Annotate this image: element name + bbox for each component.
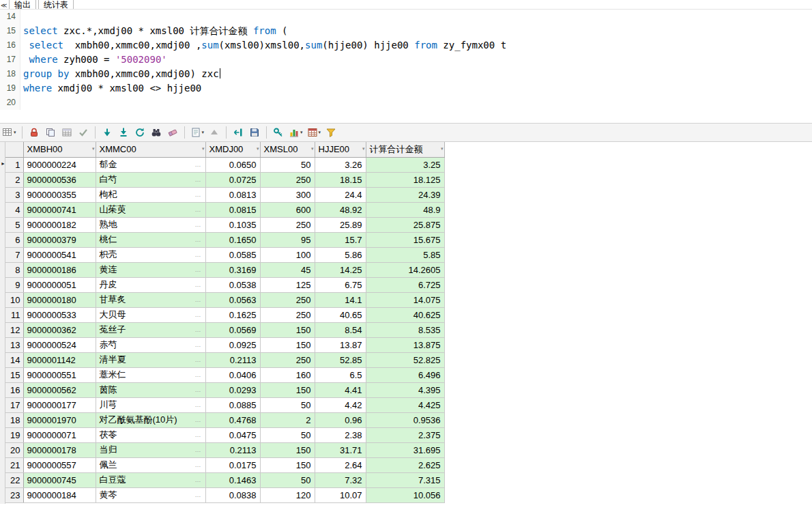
cell-xmbh00[interactable]: 9000000177 [23, 397, 96, 412]
cell-xmsl00[interactable]: 250 [260, 292, 315, 307]
ellipsis-button[interactable]: … [195, 416, 202, 423]
row-number[interactable]: 16 [5, 382, 23, 397]
row-number[interactable]: 13 [5, 337, 23, 352]
fetch-all-icon[interactable] [116, 125, 131, 140]
ellipsis-button[interactable]: … [195, 236, 202, 243]
cell-xmbh00[interactable]: 9000000186 [23, 262, 96, 277]
cell-计算合计金额[interactable]: 4.425 [366, 397, 444, 412]
cell-计算合计金额[interactable]: 18.125 [366, 172, 444, 187]
row-number[interactable]: 6 [5, 232, 23, 247]
cell-计算合计金额[interactable]: 48.9 [366, 202, 444, 217]
cell-计算合计金额[interactable]: 25.875 [366, 217, 444, 232]
cell-hjje00[interactable]: 3.26 [315, 157, 366, 172]
cell-计算合计金额[interactable]: 10.056 [366, 487, 444, 502]
cell-hjje00[interactable]: 18.15 [315, 172, 366, 187]
dropdown-arrow-icon[interactable]: ▾ [202, 130, 205, 135]
cell-xmsl00[interactable]: 50 [260, 157, 315, 172]
row-number[interactable]: 12 [5, 322, 23, 337]
ellipsis-button[interactable]: … [195, 386, 202, 393]
row-number[interactable]: 2 [5, 172, 23, 187]
cell-xmbh00[interactable]: 9000000224 [23, 157, 96, 172]
cell-hjje00[interactable]: 13.87 [315, 337, 366, 352]
cell-hjje00[interactable]: 7.32 [315, 472, 366, 487]
row-number[interactable]: 3 [5, 187, 23, 202]
code-line[interactable] [20, 96, 23, 110]
cell-xmbh00[interactable]: 9000000362 [23, 322, 96, 337]
cell-hjje00[interactable]: 6.75 [315, 277, 366, 292]
cell-计算合计金额[interactable]: 15.675 [366, 232, 444, 247]
cell-xmbh00[interactable]: 9000001142 [23, 352, 96, 367]
cell-xmdj00[interactable]: 0.4768 [205, 412, 260, 427]
cell-xmbh00[interactable]: 9000000180 [23, 292, 96, 307]
ellipsis-button[interactable]: … [195, 431, 202, 438]
cell-xmmc00[interactable]: 川芎… [96, 397, 205, 412]
cell-xmdj00[interactable]: 0.1035 [205, 217, 260, 232]
cell-xmbh00[interactable]: 9000000562 [23, 382, 96, 397]
column-sort-icon[interactable]: ▾ [92, 146, 95, 152]
cell-计算合计金额[interactable]: 13.875 [366, 337, 444, 352]
code-line[interactable]: group by xmbh00,xmmc00,xmdj00) zxc [20, 67, 220, 81]
clear-icon[interactable] [165, 125, 180, 140]
cell-xmmc00[interactable]: 枳壳… [96, 247, 205, 262]
cell-hjje00[interactable]: 4.42 [315, 397, 366, 412]
cell-xmsl00[interactable]: 125 [260, 277, 315, 292]
cell-xmsl00[interactable]: 100 [260, 247, 315, 262]
cell-xmdj00[interactable]: 0.0569 [205, 322, 260, 337]
cell-xmmc00[interactable]: 佩兰… [96, 457, 205, 472]
ellipsis-button[interactable]: … [195, 191, 202, 198]
ellipsis-button[interactable]: … [195, 311, 202, 318]
ellipsis-button[interactable]: … [195, 401, 202, 408]
cell-xmsl00[interactable]: 160 [260, 367, 315, 382]
cell-xmdj00[interactable]: 0.0585 [205, 247, 260, 262]
cell-xmdj00[interactable]: 0.1625 [205, 307, 260, 322]
cell-xmmc00[interactable]: 甘草炙… [96, 292, 205, 307]
cell-计算合计金额[interactable]: 6.496 [366, 367, 444, 382]
ellipsis-button[interactable]: … [195, 446, 202, 453]
cell-计算合计金额[interactable]: 24.39 [366, 187, 444, 202]
grid-view-icon[interactable]: ▾ [306, 125, 323, 140]
cell-xmdj00[interactable]: 0.0563 [205, 292, 260, 307]
cell-xmdj00[interactable]: 0.0406 [205, 367, 260, 382]
dropdown-arrow-icon[interactable]: ▾ [300, 130, 303, 135]
cell-xmmc00[interactable]: 清半夏… [96, 352, 205, 367]
cell-xmmc00[interactable]: 茯苓… [96, 427, 205, 442]
cell-计算合计金额[interactable]: 2.625 [366, 457, 444, 472]
cell-xmsl00[interactable]: 45 [260, 262, 315, 277]
column-sort-icon[interactable]: ▾ [362, 146, 365, 152]
row-number[interactable]: 9 [5, 277, 23, 292]
results-view-selector-icon[interactable]: ▾ [1, 125, 18, 140]
cell-hjje00[interactable]: 6.5 [315, 367, 366, 382]
cell-xmdj00[interactable]: 0.0725 [205, 172, 260, 187]
cell-hjje00[interactable]: 15.7 [315, 232, 366, 247]
cell-xmdj00[interactable]: 0.2113 [205, 352, 260, 367]
cell-xmmc00[interactable]: 赤芍… [96, 337, 205, 352]
cell-hjje00[interactable]: 31.71 [315, 442, 366, 457]
ellipsis-button[interactable]: … [195, 371, 202, 378]
cell-xmdj00[interactable]: 0.0475 [205, 427, 260, 442]
ellipsis-button[interactable]: … [195, 221, 202, 228]
cell-hjje00[interactable]: 2.38 [315, 427, 366, 442]
cell-xmmc00[interactable]: 白豆蔻… [96, 472, 205, 487]
tab-statistics[interactable]: 统计表 [38, 0, 74, 9]
cell-xmbh00[interactable]: 9000000355 [23, 187, 96, 202]
row-number[interactable]: 5 [5, 217, 23, 232]
ellipsis-button[interactable]: … [195, 161, 202, 168]
cell-xmbh00[interactable]: 9000000071 [23, 427, 96, 442]
row-number[interactable]: 21 [5, 457, 23, 472]
cell-xmbh00[interactable]: 9000000379 [23, 232, 96, 247]
cell-xmdj00[interactable]: 0.0815 [205, 202, 260, 217]
row-number[interactable]: 11 [5, 307, 23, 322]
cell-xmsl00[interactable]: 300 [260, 187, 315, 202]
cell-hjje00[interactable]: 48.92 [315, 202, 366, 217]
panel-collapse-icon[interactable]: ≪ [0, 2, 9, 9]
ellipsis-button[interactable]: … [195, 492, 202, 498]
cell-计算合计金额[interactable]: 0.9536 [366, 412, 444, 427]
cell-hjje00[interactable]: 2.64 [315, 457, 366, 472]
row-number[interactable]: 1 [5, 157, 23, 172]
cell-xmdj00[interactable]: 0.0293 [205, 382, 260, 397]
cell-xmmc00[interactable]: 枸杞… [96, 187, 205, 202]
find-icon[interactable] [149, 125, 164, 140]
cell-xmbh00[interactable]: 9000000536 [23, 172, 96, 187]
cell-hjje00[interactable]: 8.54 [315, 322, 366, 337]
cell-xmdj00[interactable]: 0.0813 [205, 187, 260, 202]
